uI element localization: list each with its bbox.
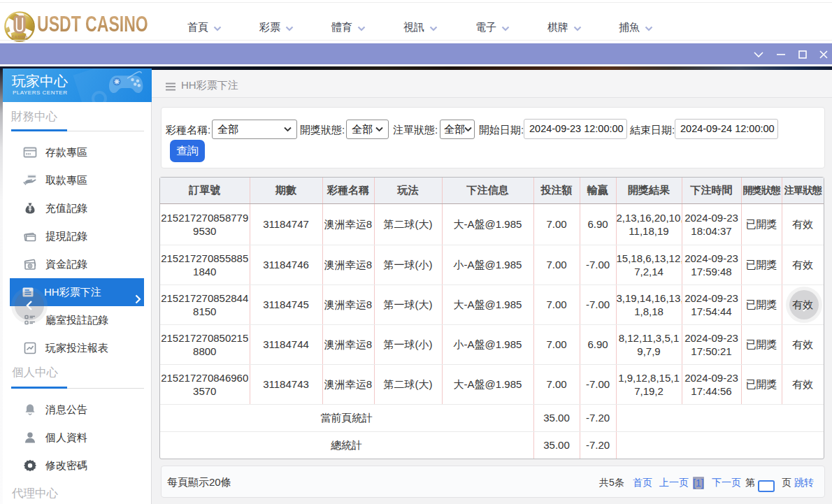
svg-text:CASINO: CASINO: [11, 35, 27, 39]
